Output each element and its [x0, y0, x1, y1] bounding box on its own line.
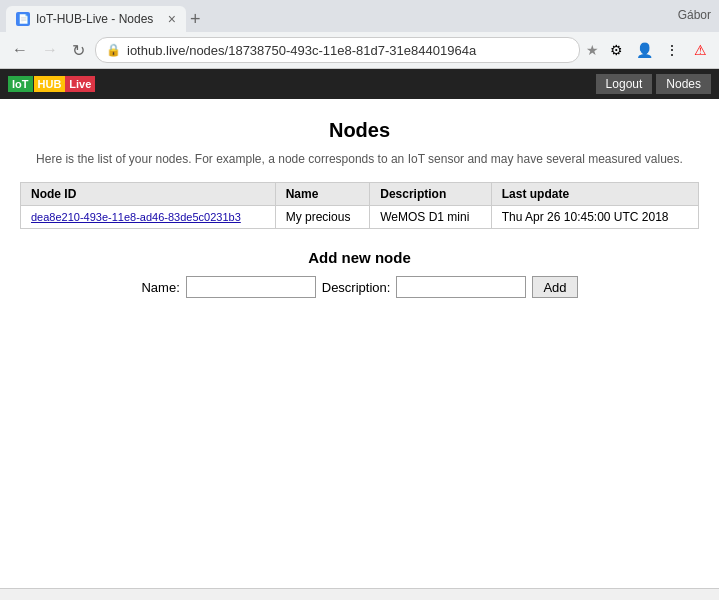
new-tab-btn[interactable]: + — [190, 10, 201, 28]
address-bar-row: ← → ↻ 🔒 iothub.live/nodes/18738750-493c-… — [0, 32, 719, 68]
warning-icon: ⚠ — [689, 39, 711, 61]
address-bar[interactable]: 🔒 iothub.live/nodes/18738750-493c-11e8-8… — [95, 37, 580, 63]
tab-favicon: 📄 — [16, 12, 30, 26]
reload-button[interactable]: ↻ — [68, 39, 89, 62]
logo-iot: IoT — [8, 76, 33, 92]
cell-node-id: dea8e210-493e-11e8-ad46-83de5c0231b3 — [21, 206, 276, 229]
profile-icon[interactable]: 👤 — [633, 39, 655, 61]
table-row: dea8e210-493e-11e8-ad46-83de5c0231b3 My … — [21, 206, 699, 229]
name-label: Name: — [141, 280, 179, 295]
address-text: iothub.live/nodes/18738750-493c-11e8-81d… — [127, 43, 569, 58]
tab-bar: 📄 IoT-HUB-Live - Nodes × + Gábor — [0, 0, 719, 32]
page-description: Here is the list of your nodes. For exam… — [20, 152, 699, 166]
cell-description: WeMOS D1 mini — [370, 206, 492, 229]
tab-title: IoT-HUB-Live - Nodes — [36, 12, 160, 26]
name-input[interactable] — [186, 276, 316, 298]
col-node-id: Node ID — [21, 183, 276, 206]
browser-user: Gábor — [678, 8, 711, 22]
toolbar-icons: ⚙ 👤 ⋮ ⚠ — [605, 39, 711, 61]
add-node-form: Name: Description: Add — [141, 276, 577, 298]
logo-hub: HUB — [34, 76, 66, 92]
node-id-link[interactable]: dea8e210-493e-11e8-ad46-83de5c0231b3 — [31, 211, 241, 223]
logo-live: Live — [65, 76, 95, 92]
page-title: Nodes — [20, 119, 699, 142]
logout-button[interactable]: Logout — [596, 74, 653, 94]
app-header: IoT HUB Live Logout Nodes — [0, 69, 719, 99]
active-tab[interactable]: 📄 IoT-HUB-Live - Nodes × — [6, 6, 186, 32]
nodes-button[interactable]: Nodes — [656, 74, 711, 94]
forward-button[interactable]: → — [38, 39, 62, 61]
col-description: Description — [370, 183, 492, 206]
lock-icon: 🔒 — [106, 43, 121, 57]
add-node-title: Add new node — [20, 249, 699, 266]
nodes-table: Node ID Name Description Last update dea… — [20, 182, 699, 229]
add-node-button[interactable]: Add — [532, 276, 577, 298]
browser-chrome: 📄 IoT-HUB-Live - Nodes × + Gábor ← → ↻ 🔒… — [0, 0, 719, 69]
add-node-section: Add new node Name: Description: Add — [20, 249, 699, 298]
main-content: Nodes Here is the list of your nodes. Fo… — [0, 99, 719, 318]
col-name: Name — [275, 183, 370, 206]
menu-icon[interactable]: ⋮ — [661, 39, 683, 61]
cell-name: My precious — [275, 206, 370, 229]
description-input[interactable] — [396, 276, 526, 298]
cell-last-update: Thu Apr 26 10:45:00 UTC 2018 — [491, 206, 698, 229]
extensions-icon[interactable]: ⚙ — [605, 39, 627, 61]
bookmark-button[interactable]: ★ — [586, 42, 599, 58]
description-label: Description: — [322, 280, 391, 295]
table-header-row: Node ID Name Description Last update — [21, 183, 699, 206]
col-last-update: Last update — [491, 183, 698, 206]
scrollbar-bottom[interactable] — [0, 588, 719, 600]
tab-close-btn[interactable]: × — [168, 11, 176, 27]
back-button[interactable]: ← — [8, 39, 32, 61]
